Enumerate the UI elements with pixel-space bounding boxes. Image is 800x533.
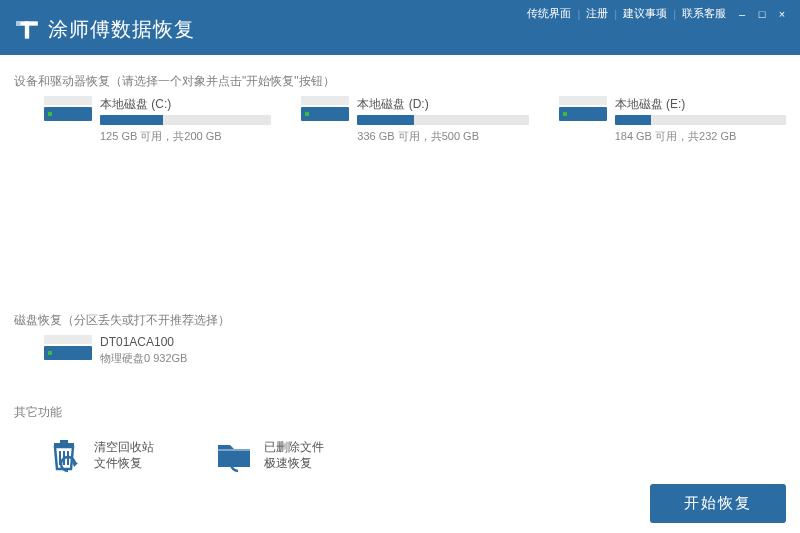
disk-space: 物理硬盘0 932GB [100,351,786,366]
drive-name: 本地磁盘 (C:) [100,96,271,113]
folder-refresh-icon [214,435,254,475]
drive-icon [44,96,92,144]
recycle-bin-recovery[interactable]: 清空回收站 文件恢复 [44,435,154,475]
svg-rect-1 [25,21,29,38]
link-contact[interactable]: 联系客服 [682,6,726,21]
drive-name: 本地磁盘 (E:) [615,96,786,113]
drive-icon [301,96,349,144]
deleted-file-recovery[interactable]: 已删除文件 极速恢复 [214,435,324,475]
other-item-line1: 清空回收站 [94,439,154,455]
drive-space: 184 GB 可用，共232 GB [615,129,786,144]
link-suggestions[interactable]: 建议事项 [623,6,667,21]
drive-item-2[interactable]: 本地磁盘 (E:) 184 GB 可用，共232 GB [559,96,786,144]
drive-usage-bar [615,115,786,125]
other-item-line1: 已删除文件 [264,439,324,455]
drive-usage-bar [357,115,528,125]
svg-rect-3 [54,443,74,446]
link-register[interactable]: 注册 [586,6,608,21]
drive-icon [559,96,607,144]
drive-item-0[interactable]: 本地磁盘 (C:) 125 GB 可用，共200 GB [44,96,271,144]
minimize-button[interactable]: – [736,8,748,20]
other-item-line2: 文件恢复 [94,455,154,471]
drive-usage-bar [100,115,271,125]
app-logo-icon [14,17,40,43]
svg-rect-2 [16,21,20,25]
drive-space: 336 GB 可用，共500 GB [357,129,528,144]
start-recovery-button[interactable]: 开始恢复 [650,484,786,523]
disk-name: DT01ACA100 [100,335,786,349]
drive-space: 125 GB 可用，共200 GB [100,129,271,144]
drives-section-label: 设备和驱动器恢复（请选择一个对象并点击"开始恢复"按钮） [0,55,800,96]
disk-icon [44,335,92,366]
disk-section-label: 磁盘恢复（分区丢失或打不开推荐选择） [0,294,800,335]
recycle-bin-icon [44,435,84,475]
maximize-button[interactable]: □ [756,8,768,20]
svg-rect-9 [218,449,250,451]
disk-item-0[interactable]: DT01ACA100 物理硬盘0 932GB [0,335,800,366]
other-item-line2: 极速恢复 [264,455,324,471]
drive-name: 本地磁盘 (D:) [357,96,528,113]
svg-rect-4 [60,440,68,443]
other-section-label: 其它功能 [0,386,800,427]
drive-item-1[interactable]: 本地磁盘 (D:) 336 GB 可用，共500 GB [301,96,528,144]
app-title: 涂师傅数据恢复 [48,16,195,43]
link-traditional-ui[interactable]: 传统界面 [527,6,571,21]
close-button[interactable]: × [776,8,788,20]
